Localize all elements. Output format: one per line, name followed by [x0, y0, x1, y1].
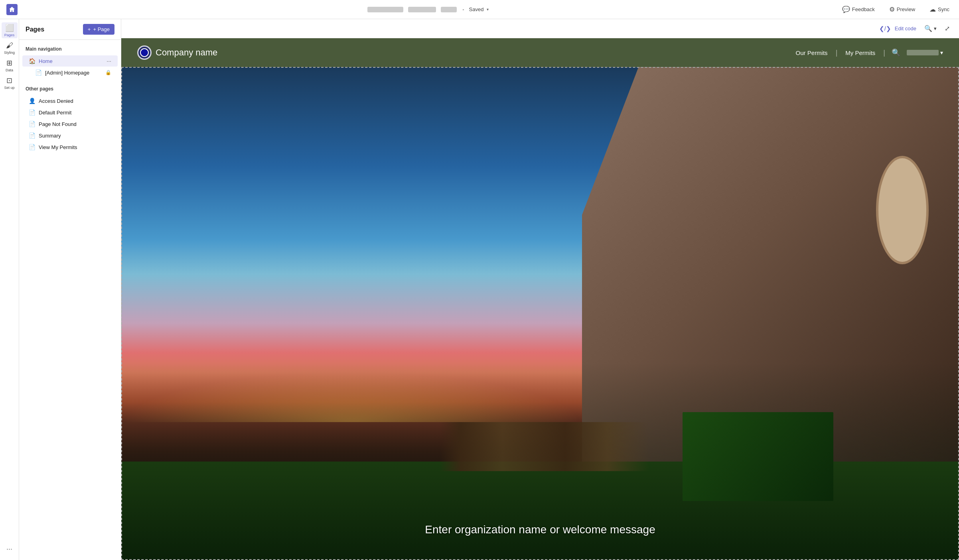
- title-blur-1: [367, 7, 403, 12]
- home-page-icon: 🏠: [29, 58, 36, 64]
- sync-icon: ☁: [929, 6, 936, 13]
- add-page-button[interactable]: + + Page: [83, 24, 114, 35]
- user-nav[interactable]: ▾: [907, 49, 943, 56]
- expand-button[interactable]: ⤢: [941, 23, 953, 34]
- edit-code-icon: ❮/❯: [879, 25, 891, 32]
- edit-code-button[interactable]: ❮/❯ Edit code: [876, 24, 920, 34]
- home-more-icon[interactable]: ···: [107, 58, 111, 64]
- lounge-chairs: [440, 422, 649, 472]
- company-name: Company name: [156, 47, 217, 58]
- site-logo: Company name: [137, 45, 788, 60]
- hedge: [683, 412, 833, 501]
- city-lights: [121, 373, 582, 422]
- pages-panel-header: Pages + + Page: [19, 19, 121, 40]
- preview-button[interactable]: ⚙ Preview: [886, 4, 918, 15]
- page-item-home[interactable]: 🏠 Home ···: [22, 55, 118, 67]
- sync-button[interactable]: ☁ Sync: [926, 4, 953, 15]
- pages-list: Main navigation 🏠 Home ··· 📄 [Admin] Hom…: [19, 40, 121, 560]
- add-page-plus-icon: +: [88, 26, 91, 32]
- summary-name: Summary: [39, 133, 111, 139]
- pages-icon: ⬜: [5, 24, 14, 32]
- logo-icon: [137, 45, 152, 60]
- my-permits-link[interactable]: My Permits: [837, 49, 883, 56]
- admin-homepage-name: [Admin] Homepage: [45, 70, 101, 76]
- top-bar: - Saved ▾ 💬 Feedback ⚙ Preview ☁ Sync: [0, 0, 959, 19]
- view-my-permits-name: View My Permits: [39, 144, 111, 150]
- content-area: ❮/❯ Edit code 🔍 ▾ ⤢ Company: [121, 19, 959, 560]
- access-denied-name: Access Denied: [39, 98, 111, 104]
- page-item-page-not-found[interactable]: 📄 Page Not Found: [22, 118, 118, 130]
- building-window: [876, 156, 929, 264]
- nav-setup[interactable]: ⊡ Set up: [2, 75, 18, 91]
- vertical-nav: ⬜ Pages 🖌 Styling ⊞ Data ⊡ Set up ···: [0, 19, 19, 560]
- title-blur-2: [408, 7, 436, 12]
- summary-icon: 📄: [29, 132, 36, 139]
- pages-panel: Pages + + Page Main navigation 🏠 Home ··…: [19, 19, 121, 560]
- page-item-access-denied[interactable]: 👤 Access Denied: [22, 95, 118, 106]
- top-bar-left: [6, 4, 18, 15]
- default-permit-icon: 📄: [29, 109, 36, 116]
- hero-text[interactable]: Enter organization name or welcome messa…: [121, 523, 959, 560]
- zoom-controls[interactable]: 🔍 ▾: [924, 25, 937, 32]
- main-layout: ⬜ Pages 🖌 Styling ⊞ Data ⊡ Set up ··· Pa…: [0, 19, 959, 560]
- preview-icon: ⚙: [889, 6, 895, 13]
- site-nav-links: Our Permits | My Permits |: [788, 49, 885, 57]
- search-icon[interactable]: 🔍: [885, 48, 907, 57]
- hero-area[interactable]: Enter organization name or welcome messa…: [121, 67, 959, 560]
- top-bar-right: 💬 Feedback ⚙ Preview ☁ Sync: [839, 4, 953, 15]
- page-item-default-permit[interactable]: 📄 Default Permit: [22, 107, 118, 118]
- site-preview: Company name Our Permits | My Permits | …: [121, 38, 959, 560]
- setup-icon: ⊡: [6, 76, 12, 85]
- home-icon[interactable]: [6, 4, 18, 15]
- zoom-chevron-icon: ▾: [934, 26, 937, 31]
- page-not-found-name: Page Not Found: [39, 121, 111, 127]
- page-item-admin-homepage[interactable]: 📄 [Admin] Homepage 🔒: [22, 67, 118, 78]
- zoom-icon: 🔍: [924, 25, 932, 32]
- other-pages-label: Other pages: [19, 84, 121, 95]
- more-options-button[interactable]: ···: [2, 541, 18, 557]
- top-bar-center: - Saved ▾: [367, 6, 489, 12]
- nav-styling[interactable]: 🖌 Styling: [2, 40, 18, 56]
- main-nav-label: Main navigation: [19, 45, 121, 55]
- styling-icon: 🖌: [6, 41, 13, 50]
- content-toolbar: ❮/❯ Edit code 🔍 ▾ ⤢: [121, 19, 959, 38]
- page-item-view-my-permits[interactable]: 📄 View My Permits: [22, 141, 118, 153]
- feedback-icon: 💬: [842, 6, 850, 13]
- site-nav: Company name Our Permits | My Permits | …: [121, 38, 959, 67]
- user-chevron-icon: ▾: [940, 49, 943, 56]
- lock-icon: 🔒: [105, 70, 111, 75]
- access-denied-icon: 👤: [29, 98, 36, 104]
- pages-panel-title: Pages: [26, 26, 44, 33]
- feedback-button[interactable]: 💬 Feedback: [839, 4, 878, 15]
- home-page-name: Home: [39, 58, 103, 64]
- default-permit-name: Default Permit: [39, 110, 111, 116]
- nav-pages[interactable]: ⬜ Pages: [2, 22, 18, 38]
- view-my-permits-icon: 📄: [29, 144, 36, 150]
- expand-icon: ⤢: [945, 25, 950, 32]
- data-icon: ⊞: [6, 59, 12, 67]
- page-not-found-icon: 📄: [29, 121, 36, 127]
- saved-status: Saved: [469, 6, 484, 12]
- admin-page-icon: 📄: [35, 69, 42, 76]
- our-permits-link[interactable]: Our Permits: [788, 49, 836, 56]
- logo-inner: [140, 48, 149, 57]
- title-blur-3: [441, 7, 457, 12]
- user-name-redacted: [907, 50, 939, 55]
- preview-frame: Company name Our Permits | My Permits | …: [121, 38, 959, 560]
- chevron-down-icon[interactable]: ▾: [487, 7, 489, 12]
- nav-data[interactable]: ⊞ Data: [2, 57, 18, 73]
- page-item-summary[interactable]: 📄 Summary: [22, 130, 118, 141]
